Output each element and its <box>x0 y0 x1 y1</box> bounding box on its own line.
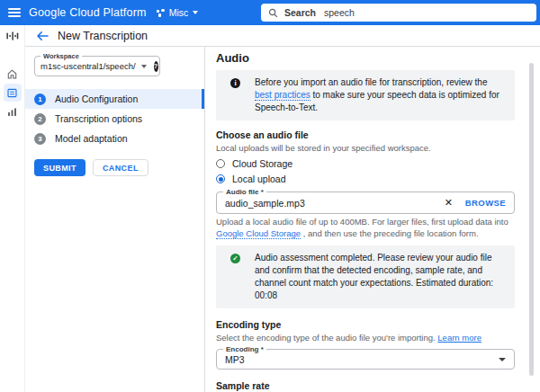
search-query: speech <box>324 7 355 18</box>
step-audio-configuration[interactable]: 1 Audio Configuration <box>25 89 204 109</box>
search-bar[interactable]: Search speech <box>261 4 536 22</box>
back-arrow-icon <box>36 31 49 41</box>
cancel-button[interactable]: CANCEL <box>93 159 148 176</box>
transcriptions-list-icon <box>6 87 18 99</box>
info-icon: i <box>230 78 240 88</box>
workspace-label: Workspace <box>40 52 82 60</box>
speech-waveform-logo-icon[interactable] <box>4 27 22 45</box>
workspace-value: m1sc-uscentral1/speech/ <box>40 61 136 71</box>
upload-helper-text: Upload a local audio file of up to 400MB… <box>216 216 515 239</box>
chevron-down-icon <box>141 65 147 68</box>
brand-logo[interactable]: Google Cloud Platform <box>29 6 147 19</box>
encoding-select[interactable]: Encoding * MP3 <box>216 349 515 370</box>
page-title: New Transcription <box>58 30 148 42</box>
chevron-down-icon[interactable] <box>499 358 506 361</box>
info-banner: i Before you import an audio file for tr… <box>216 70 515 120</box>
step-transcription-options[interactable]: 2 Transcription options <box>25 109 204 129</box>
project-icon <box>157 9 165 17</box>
chevron-down-icon <box>193 11 198 14</box>
workspace-select[interactable]: Workspace m1sc-uscentral1/speech/ ? <box>34 56 160 76</box>
step-number-badge: 2 <box>34 113 46 125</box>
radio-icon <box>216 159 225 168</box>
radio-local-upload[interactable]: Local upload <box>216 174 515 184</box>
radio-label: Cloud Storage <box>232 158 292 169</box>
search-label: Search <box>284 7 316 18</box>
choose-audio-file-subtitle: Local uploads will be stored in your spe… <box>216 142 515 154</box>
gcs-link[interactable]: Google Cloud Storage <box>216 228 301 239</box>
audio-file-value[interactable]: audio_sample.mp3 <box>225 198 445 209</box>
top-header: Google Cloud Platform Misc Search speech <box>0 0 540 25</box>
encoding-learn-more-link[interactable]: Learn more <box>437 333 482 343</box>
help-icon[interactable]: ? <box>154 61 158 72</box>
step-label: Audio Configuration <box>55 94 138 104</box>
clear-file-icon[interactable]: ✕ <box>445 198 453 208</box>
assessment-text: Audio assessment completed. Please revie… <box>255 252 504 302</box>
home-icon <box>6 68 18 80</box>
menu-icon[interactable] <box>8 8 21 17</box>
encoding-type-title: Encoding type <box>216 319 515 330</box>
check-icon: ✓ <box>230 254 240 263</box>
audio-form: Audio i Before you import an audio file … <box>205 47 540 392</box>
radio-selected-icon <box>216 174 225 183</box>
project-switcher[interactable]: Misc <box>157 7 199 18</box>
radio-cloud-storage[interactable]: Cloud Storage <box>216 158 515 169</box>
section-heading-audio: Audio <box>216 51 515 65</box>
browse-button[interactable]: BROWSE <box>465 198 506 208</box>
metrics-chart-icon <box>6 106 18 118</box>
sample-rate-title: Sample rate <box>216 380 515 391</box>
choose-audio-file-title: Choose an audio file <box>216 129 515 140</box>
step-number-badge: 3 <box>34 133 46 145</box>
info-text-before: Before you import an audio file for tran… <box>255 77 487 87</box>
vertical-scrollbar[interactable] <box>529 63 534 376</box>
helper-after: , and then use the preceding file locati… <box>301 228 479 238</box>
helper-before: Upload a local audio file of up to 400MB… <box>216 217 508 227</box>
search-icon <box>268 8 278 18</box>
audio-file-field[interactable]: Audio file * audio_sample.mp3 ✕ BROWSE <box>216 192 515 214</box>
info-banner-text: Before you import an audio file for tran… <box>255 76 504 114</box>
submit-button[interactable]: SUBMIT <box>34 159 86 176</box>
encoding-label: Encoding * <box>223 345 266 353</box>
encoding-value: MP3 <box>225 354 499 365</box>
rail-item-home[interactable] <box>4 65 22 83</box>
project-name: Misc <box>169 7 189 18</box>
rail-item-transcriptions[interactable] <box>4 84 22 102</box>
titlebar: New Transcription <box>25 25 540 47</box>
step-label: Transcription options <box>55 113 142 124</box>
step-model-adaptation[interactable]: 3 Model adaptation <box>25 129 204 148</box>
back-button[interactable] <box>36 31 49 41</box>
best-practices-link[interactable]: best practices <box>255 90 310 101</box>
rail-item-metrics[interactable] <box>4 102 22 120</box>
audio-file-label: Audio file * <box>223 188 266 196</box>
encoding-desc: Select the encoding type of the audio fi… <box>216 332 515 343</box>
step-label: Model adaptation <box>55 133 128 144</box>
step-list: 1 Audio Configuration 2 Transcription op… <box>25 89 204 148</box>
assessment-banner: ✓ Audio assessment completed. Please rev… <box>216 245 515 308</box>
left-icon-rail <box>0 25 25 392</box>
app-window: Google Cloud Platform Misc Search speech <box>0 0 540 392</box>
encoding-desc-text: Select the encoding type of the audio fi… <box>216 333 437 343</box>
config-panel: Workspace m1sc-uscentral1/speech/ ? 1 Au… <box>25 47 205 392</box>
radio-label: Local upload <box>232 174 286 184</box>
step-number-badge: 1 <box>34 94 46 105</box>
